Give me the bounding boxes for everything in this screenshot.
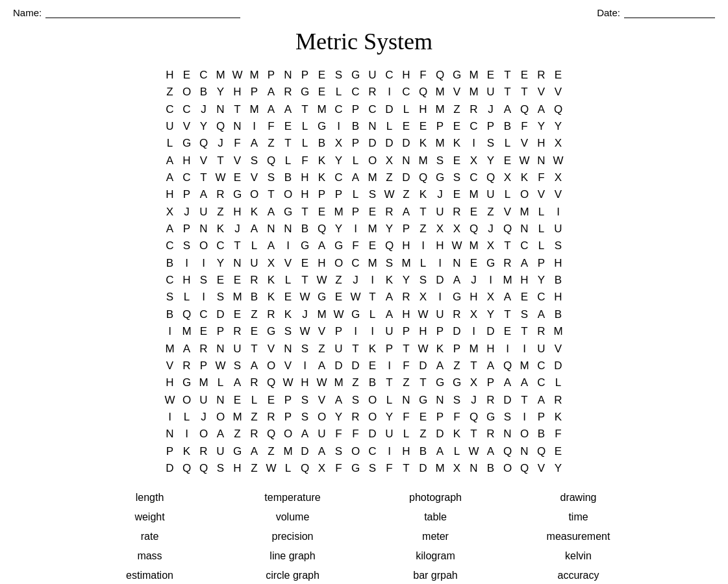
grid-cell: R xyxy=(449,204,466,221)
word-item: bar grpah xyxy=(364,568,507,583)
grid-cell: N xyxy=(195,221,212,237)
grid-cell: Z xyxy=(229,426,246,443)
word-item: table xyxy=(364,509,507,525)
grid-cell: R xyxy=(398,289,415,306)
grid-cell: A xyxy=(162,152,179,169)
grid-cell: X xyxy=(550,169,567,186)
grid-cell: W xyxy=(516,152,533,169)
grid-cell: S xyxy=(499,409,516,426)
grid-cell: Q xyxy=(466,409,483,426)
grid-cell: M xyxy=(229,289,246,306)
grid-cell: A xyxy=(499,101,516,118)
grid-cell: V xyxy=(516,135,533,152)
grid-cell: A xyxy=(179,341,195,358)
grid-cell: U xyxy=(229,341,246,358)
grid-row: CHSEERKLTWZJIKYSDAJIMHYB xyxy=(162,272,567,289)
grid-cell: E xyxy=(499,152,516,169)
grid-cell: Q xyxy=(179,306,195,323)
grid-cell: R xyxy=(195,443,212,460)
grid-cell: V xyxy=(550,341,567,358)
grid-cell: Q xyxy=(297,460,314,477)
grid-cell: O xyxy=(179,392,195,409)
grid-cell: Y xyxy=(533,118,550,135)
grid-cell: P xyxy=(381,341,398,358)
grid-cell: M xyxy=(466,341,483,358)
grid-cell: W xyxy=(347,289,364,306)
grid-cell: E xyxy=(314,204,331,221)
grid-cell: X xyxy=(550,135,567,152)
grid-cell: A xyxy=(246,443,263,460)
grid-cell: Y xyxy=(550,460,567,477)
grid-cell: I xyxy=(516,409,533,426)
grid-cell: T xyxy=(398,341,415,358)
grid-cell: A xyxy=(263,84,280,101)
grid-cell: H xyxy=(179,272,195,289)
grid-cell: E xyxy=(297,255,314,272)
grid-cell: P xyxy=(280,392,297,409)
grid-cell: I xyxy=(381,443,398,460)
grid-row: ACTWEVSBHKCAMZDQGSCQXKFX xyxy=(162,169,567,186)
grid-cell: E xyxy=(179,67,195,84)
grid-cell: X xyxy=(263,255,280,272)
word-item: photograph xyxy=(364,490,507,505)
grid-cell: D xyxy=(449,323,466,340)
grid-cell: M xyxy=(516,358,533,374)
grid-row: HECMWMPNPESGUCHFQGMETERE xyxy=(162,67,567,84)
grid-cell: R xyxy=(347,409,364,426)
grid-cell: E xyxy=(229,392,246,409)
grid-cell: I xyxy=(499,341,516,358)
grid-cell: I xyxy=(432,255,449,272)
grid-cell: R xyxy=(533,67,550,84)
grid-cell: Z xyxy=(263,443,280,460)
grid-cell: I xyxy=(179,426,195,443)
grid-cell: W xyxy=(314,374,331,391)
grid-cell: Q xyxy=(499,443,516,460)
date-input-line[interactable] xyxy=(624,6,715,18)
grid-cell: O xyxy=(347,443,364,460)
grid-cell: A xyxy=(162,221,179,237)
grid-cell: R xyxy=(280,84,297,101)
grid-cell: D xyxy=(499,392,516,409)
grid-cell: Q xyxy=(179,460,195,477)
grid-cell: P xyxy=(449,341,466,358)
grid-row: LGQJFAZTLBXPDDDKMKISLVHX xyxy=(162,135,567,152)
grid-cell: L xyxy=(280,272,297,289)
grid-cell: F xyxy=(398,358,415,374)
grid-cell: R xyxy=(483,392,499,409)
grid-cell: F xyxy=(347,237,364,254)
grid-row: DQQSHZWLQXFGSFTDMXNBOQVY xyxy=(162,460,567,477)
page-title: Metric System xyxy=(0,28,728,55)
grid-cell: H xyxy=(398,237,415,254)
word-item: circle graph xyxy=(221,568,364,583)
grid-cell: R xyxy=(263,409,280,426)
grid-cell: M xyxy=(466,237,483,254)
grid-cell: H xyxy=(314,255,331,272)
grid-cell: E xyxy=(466,204,483,221)
grid-cell: T xyxy=(263,186,280,203)
grid-cell: M xyxy=(432,460,449,477)
grid-cell: T xyxy=(499,237,516,254)
grid-cell: K xyxy=(432,341,449,358)
grid-cell: G xyxy=(314,118,331,135)
grid-cell: Z xyxy=(415,426,432,443)
grid-cell: E xyxy=(195,323,212,340)
grid-cell: V xyxy=(246,169,263,186)
name-label: Name: xyxy=(13,7,42,18)
grid-cell: T xyxy=(415,204,432,221)
name-input-line[interactable] xyxy=(45,6,240,18)
grid-cell: K xyxy=(246,204,263,221)
grid-cell: C xyxy=(347,84,364,101)
grid-cell: Q xyxy=(499,221,516,237)
grid-cell: S xyxy=(297,392,314,409)
grid-cell: C xyxy=(331,169,347,186)
grid-cell: S xyxy=(246,152,263,169)
grid-cell: X xyxy=(483,237,499,254)
grid-cell: L xyxy=(381,118,398,135)
grid-cell: J xyxy=(347,272,364,289)
grid-cell: N xyxy=(229,255,246,272)
grid-cell: M xyxy=(331,374,347,391)
grid-cell: N xyxy=(516,443,533,460)
grid-cell: H xyxy=(398,306,415,323)
grid-cell: I xyxy=(162,323,179,340)
grid-cell: R xyxy=(179,358,195,374)
